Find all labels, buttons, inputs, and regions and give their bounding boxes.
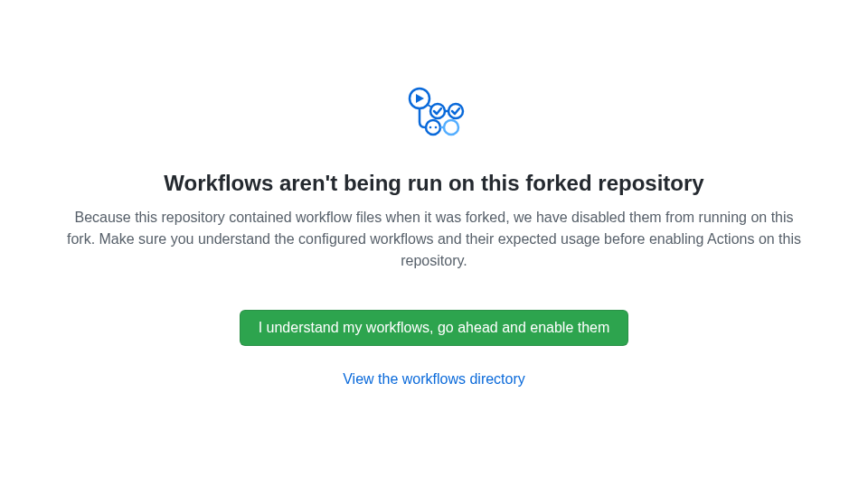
page-heading: Workflows aren't being run on this forke… (164, 171, 703, 196)
svg-point-10 (444, 120, 458, 135)
svg-point-8 (435, 126, 438, 129)
svg-point-7 (429, 126, 432, 129)
svg-point-6 (426, 120, 440, 135)
page-description: Because this repository contained workfl… (63, 207, 805, 272)
enable-workflows-button[interactable]: I understand my workflows, go ahead and … (240, 310, 629, 346)
view-workflows-link[interactable]: View the workflows directory (343, 371, 525, 388)
svg-line-3 (428, 105, 432, 107)
workflows-icon (401, 86, 467, 154)
